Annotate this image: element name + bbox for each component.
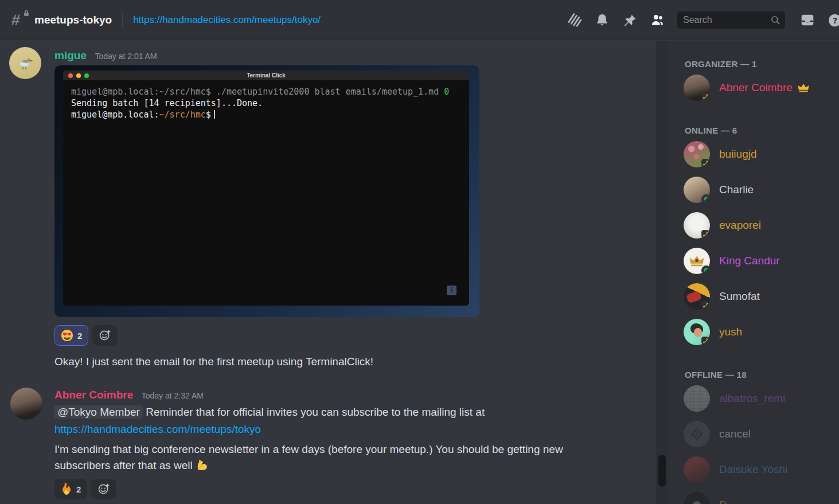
channel-topic-link[interactable]: https://handmadecities.com/meetups/tokyo… — [133, 14, 321, 26]
member-row-albatros-remi[interactable]: albatros_remi — [678, 385, 830, 412]
pinned-messages-icon[interactable] — [622, 13, 637, 28]
member-name: D — [719, 499, 727, 504]
message-header: Abner Coimbre Today at 2:32 AM — [54, 389, 204, 401]
heart-eyes-emoji — [61, 329, 73, 342]
member-list-toggle-icon[interactable] — [650, 13, 665, 28]
avatar — [684, 283, 710, 310]
reaction-heart-eyes[interactable]: 2 — [54, 325, 88, 346]
status-online-icon — [701, 265, 710, 274]
avatar — [684, 212, 710, 239]
member-name: cancel — [719, 428, 751, 440]
add-reaction-button[interactable] — [91, 479, 116, 499]
header-divider — [122, 13, 123, 28]
message-header: migue Today at 2:01 AM — [54, 49, 157, 62]
member-name: Abner Coimbre — [719, 81, 793, 94]
member-row-cancel[interactable]: cancel — [678, 421, 830, 447]
avatar — [684, 456, 710, 483]
member-list: ORGANIZER — 1 Abner Coimbre ONLINE — 6 b… — [669, 41, 839, 504]
search-placeholder: Search — [683, 15, 770, 25]
discord-app: # meetups-tokyo https://handmadecities.c… — [0, 0, 839, 504]
reaction-fire[interactable]: 2 — [54, 479, 87, 499]
status-idle-icon — [701, 337, 710, 345]
inbox-icon[interactable] — [800, 13, 815, 28]
member-name: King Candur — [719, 255, 780, 267]
add-reaction-smiley-icon — [99, 329, 111, 342]
author-name[interactable]: migue — [54, 49, 87, 61]
member-name: albatros_remi — [719, 392, 785, 405]
status-idle-icon — [701, 230, 710, 239]
author-name[interactable]: Abner Coimbre — [54, 389, 133, 401]
diamond-avatar-art — [689, 427, 704, 442]
member-name: Charlie — [719, 183, 754, 196]
member-name: Daisuke Yoshi — [719, 463, 787, 476]
message-timestamp: Today at 2:32 AM — [142, 391, 204, 400]
member-row-yush[interactable]: yush — [678, 319, 830, 345]
member-name: buiiugjd — [719, 148, 757, 161]
status-idle-icon — [701, 159, 710, 167]
avatar — [684, 75, 710, 101]
avatar — [684, 492, 710, 504]
member-row-partial[interactable]: D — [678, 492, 830, 504]
chat-scrollbar-thumb[interactable] — [658, 455, 666, 487]
fire-emoji — [61, 483, 72, 495]
member-row-buiiugjd[interactable]: buiiugjd — [678, 141, 830, 167]
message-timestamp: Today at 2:01 AM — [95, 52, 157, 61]
chat-scrollbar-track[interactable] — [656, 41, 669, 504]
add-reaction-button[interactable] — [92, 325, 118, 346]
member-name: evaporei — [719, 219, 761, 232]
terminal-screenshot-attachment[interactable]: Terminal Click miguel@mpb.local:~/src/hm… — [54, 65, 479, 317]
terminal-window: Terminal Click miguel@mpb.local:~/src/hm… — [63, 71, 469, 306]
avatar-migue[interactable] — [9, 47, 41, 79]
section-online: ONLINE — 6 — [685, 126, 737, 135]
reactions-row: 2 — [54, 479, 116, 499]
search-input[interactable]: Search — [677, 11, 785, 29]
member-row-evaporei[interactable]: evaporei — [678, 212, 830, 239]
member-row-king-candur[interactable]: King Candur — [678, 248, 830, 274]
robot-avatar-art — [690, 499, 703, 504]
member-row-abner-coimbre[interactable]: Abner Coimbre — [678, 75, 830, 101]
section-organizer: ORGANIZER — 1 — [685, 59, 757, 69]
help-icon[interactable]: ? — [828, 13, 839, 28]
header-toolbar: Search ? — [567, 0, 839, 40]
notifications-bell-icon[interactable] — [595, 13, 610, 28]
role-mention[interactable]: @Tokyo Member — [54, 405, 143, 419]
message-text: I'm sending that big conference newslett… — [54, 442, 619, 477]
member-name: yush — [719, 326, 742, 338]
bird-avatar-art — [15, 53, 35, 73]
avatar — [684, 248, 710, 274]
channel-hash-lock-icon: # — [11, 11, 29, 29]
crown-avatar-art — [689, 255, 704, 267]
terminal-output: miguel@mpb.local:~/src/hmc$ ./meetupinvi… — [63, 80, 469, 126]
terminal-cursor — [214, 110, 215, 119]
status-idle-icon — [701, 301, 710, 310]
avatar — [684, 421, 710, 447]
member-row-daisuke-yoshi[interactable]: Daisuke Yoshi — [678, 456, 830, 483]
status-idle-icon — [701, 92, 710, 101]
section-offline: OFFLINE — 18 — [685, 370, 747, 380]
member-name: Sumofat — [719, 290, 760, 303]
search-icon — [770, 15, 781, 25]
message-link[interactable]: https://handmadecities.com/meetups/tokyo — [54, 421, 261, 437]
member-row-sumofat[interactable]: Sumofat — [678, 283, 830, 310]
avatar — [684, 177, 710, 203]
channel-header: # meetups-tokyo https://handmadecities.c… — [0, 0, 839, 40]
message-text: @Tokyo Member Reminder that for official… — [54, 404, 485, 420]
owner-crown-icon — [798, 83, 809, 92]
svg-text:?: ? — [833, 15, 837, 25]
channel-name: meetups-tokyo — [34, 14, 112, 26]
lock-icon — [23, 10, 30, 17]
threads-icon[interactable] — [567, 13, 582, 28]
avatar — [684, 319, 710, 345]
terminal-info-badge: i — [447, 286, 456, 295]
terminal-titlebar: Terminal Click — [63, 71, 469, 80]
reaction-count: 2 — [77, 331, 82, 341]
reaction-count: 2 — [76, 485, 81, 494]
avatar — [684, 385, 710, 412]
member-row-charlie[interactable]: Charlie — [678, 177, 830, 203]
terminal-title: Terminal Click — [63, 72, 469, 79]
avatar — [684, 141, 710, 167]
avatar-abner-coimbre[interactable] — [10, 388, 42, 420]
flex-biceps-emoji — [195, 458, 210, 477]
message-text: Okay! I just sent the email for the firs… — [54, 354, 373, 370]
status-online-icon — [701, 194, 710, 203]
